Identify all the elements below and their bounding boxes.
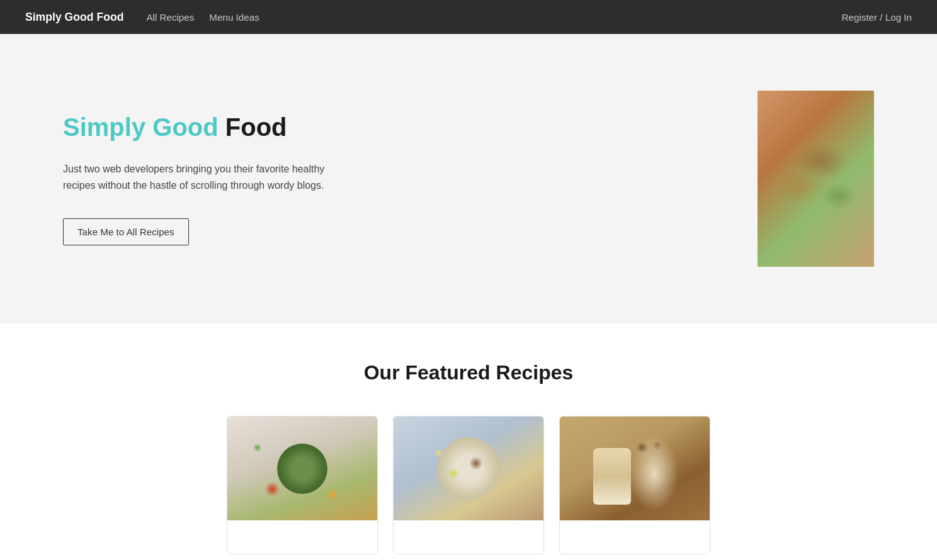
featured-title: Our Featured Recipes (25, 361, 912, 384)
recipe-card-1-image (227, 417, 377, 520)
recipe-card-2-image (394, 417, 543, 520)
nav-link-menu-ideas[interactable]: Menu Ideas (209, 12, 259, 23)
recipe-card-3-image (560, 417, 710, 520)
nav-link-all-recipes[interactable]: All Recipes (146, 12, 194, 23)
hero-image-overlay (758, 91, 874, 267)
navbar: Simply Good Food All Recipes Menu Ideas … (0, 0, 937, 34)
hero-image-container (758, 91, 874, 267)
hero-image-bg (758, 91, 874, 267)
recipe-card-1[interactable] (227, 416, 378, 554)
hero-image (758, 91, 874, 267)
nav-auth[interactable]: Register / Log In (842, 12, 912, 23)
hero-section: Simply Good Food Just two web developers… (0, 34, 937, 323)
hero-description: Just two web developers bringing you the… (63, 161, 340, 193)
featured-section: Our Featured Recipes (0, 323, 937, 560)
hero-content: Simply Good Food Just two web developers… (63, 112, 340, 245)
hero-title-dark: Food (219, 113, 287, 141)
nav-brand[interactable]: Simply Good Food (25, 11, 123, 24)
recipe-card-2[interactable] (393, 416, 544, 554)
hero-title-colored: Simply Good (63, 113, 219, 141)
nav-left: Simply Good Food All Recipes Menu Ideas (25, 11, 259, 24)
nav-links: All Recipes Menu Ideas (146, 12, 259, 23)
recipe-card-3[interactable] (559, 416, 710, 554)
cards-container (91, 416, 846, 554)
cta-button[interactable]: Take Me to All Recipes (63, 218, 189, 245)
hero-title: Simply Good Food (63, 112, 340, 142)
